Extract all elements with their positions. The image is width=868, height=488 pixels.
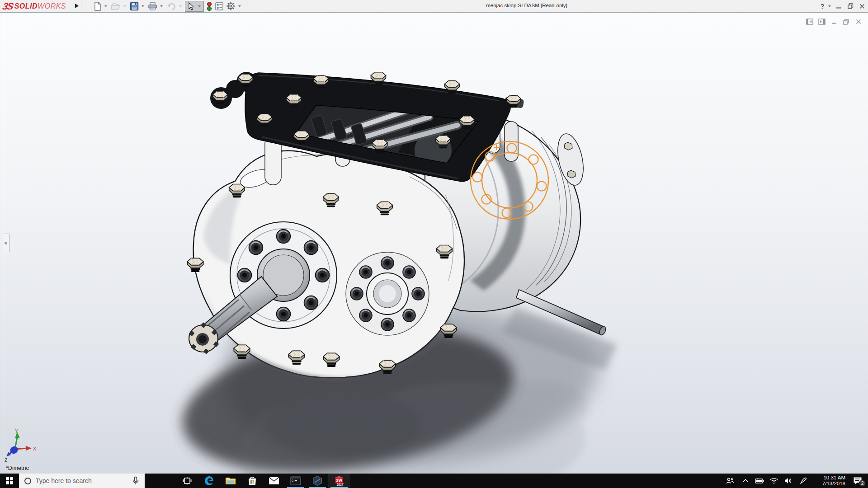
toolbar-separator bbox=[81, 0, 81, 12]
notification-badge: 2 bbox=[859, 480, 866, 487]
properties-list-icon bbox=[215, 2, 224, 11]
properties-button[interactable] bbox=[214, 1, 225, 12]
hexagon-app-button[interactable] bbox=[307, 474, 328, 488]
doc-restore-button[interactable] bbox=[840, 17, 852, 26]
print-icon bbox=[148, 2, 157, 11]
undo-dropdown-caret[interactable] bbox=[178, 1, 183, 12]
solidworks-logo: 3S SOLID WORKS bbox=[3, 0, 66, 12]
restore-button[interactable] bbox=[844, 0, 856, 12]
hexagon-app-icon bbox=[312, 475, 323, 486]
open-dropdown-caret[interactable] bbox=[122, 1, 127, 12]
options-dropdown-caret[interactable] bbox=[237, 1, 242, 12]
doc-restore-icon bbox=[843, 19, 849, 25]
selection-filter-button[interactable] bbox=[205, 1, 213, 12]
command-prompt-icon: C:\ bbox=[290, 476, 301, 485]
new-document-icon bbox=[94, 2, 102, 11]
gearbox-model-render[interactable] bbox=[0, 13, 868, 474]
doc-close-icon bbox=[856, 19, 861, 24]
undo-icon bbox=[166, 2, 176, 11]
edge-button[interactable] bbox=[198, 474, 220, 488]
tray-overflow-button[interactable] bbox=[739, 474, 752, 488]
save-dropdown-caret[interactable] bbox=[140, 1, 145, 12]
open-button[interactable] bbox=[110, 1, 122, 12]
title-bar: 3S SOLID WORKS bbox=[0, 0, 868, 12]
output-flange[interactable] bbox=[346, 252, 429, 335]
start-button[interactable] bbox=[0, 474, 19, 488]
windows-ink-button[interactable] bbox=[796, 474, 811, 488]
document-title: menjac sklop.SLDASM [Read-only] bbox=[470, 3, 583, 8]
store-button[interactable] bbox=[241, 474, 263, 488]
windows-taskbar: Type here to search bbox=[0, 474, 868, 488]
open-folder-icon bbox=[111, 2, 121, 11]
store-icon bbox=[247, 476, 257, 486]
solidworks-app-icon: SW 2017 bbox=[333, 475, 345, 487]
triad-x-label: X bbox=[33, 446, 37, 451]
doc-minimize-button[interactable] bbox=[828, 17, 840, 26]
solidworks-taskbar-button[interactable]: SW 2017 bbox=[328, 474, 350, 488]
minimize-button[interactable] bbox=[833, 0, 844, 12]
new-dropdown-caret[interactable] bbox=[103, 1, 108, 12]
pane-right-icon bbox=[818, 19, 826, 25]
wifi-button[interactable] bbox=[767, 474, 781, 488]
ds-logo-glyph: 3S bbox=[1, 1, 14, 12]
battery-button[interactable] bbox=[752, 474, 767, 488]
save-button[interactable] bbox=[129, 1, 140, 12]
cortana-icon bbox=[24, 478, 31, 484]
volume-button[interactable] bbox=[781, 474, 796, 488]
minimize-icon bbox=[836, 4, 841, 9]
quick-access-toolbar bbox=[93, 0, 244, 12]
options-button[interactable] bbox=[225, 1, 236, 12]
clock-time: 10:31 AM bbox=[823, 475, 845, 481]
select-cursor-icon bbox=[186, 2, 195, 11]
select-tool-button[interactable] bbox=[185, 1, 196, 12]
clock-date: 7/13/2018 bbox=[822, 481, 845, 487]
system-tray: 10:31 AM 7/13/2018 2 bbox=[722, 474, 868, 488]
wifi-icon bbox=[770, 478, 778, 484]
graphics-viewport[interactable]: Y X Z *Dimetric bbox=[0, 12, 868, 474]
people-button[interactable] bbox=[722, 474, 739, 488]
file-explorer-icon bbox=[225, 476, 236, 485]
help-button[interactable]: ? bbox=[816, 0, 828, 12]
command-prompt-button[interactable]: C:\ bbox=[285, 474, 307, 488]
edge-icon bbox=[204, 476, 214, 486]
traffic-light-icon bbox=[206, 1, 212, 11]
search-placeholder: Type here to search bbox=[36, 477, 132, 484]
pane-right-button[interactable] bbox=[816, 17, 828, 26]
sw-icon-letters: SW bbox=[336, 478, 343, 483]
panel-splitter-handle[interactable] bbox=[3, 234, 9, 252]
doc-close-button[interactable] bbox=[852, 17, 864, 26]
restore-icon bbox=[848, 3, 854, 9]
doc-minimize-icon bbox=[831, 19, 837, 24]
file-explorer-button[interactable] bbox=[220, 474, 241, 488]
taskbar-clock[interactable]: 10:31 AM 7/13/2018 bbox=[811, 474, 847, 488]
window-controls: ? bbox=[816, 0, 868, 12]
select-tool-group bbox=[185, 1, 204, 12]
microphone-icon[interactable] bbox=[132, 476, 139, 485]
splitter-dot bbox=[5, 242, 7, 244]
volume-icon bbox=[784, 477, 793, 484]
taskbar-spacer bbox=[145, 474, 176, 488]
print-dropdown-caret[interactable] bbox=[159, 1, 164, 12]
undo-button[interactable] bbox=[165, 1, 177, 12]
task-view-button[interactable] bbox=[176, 474, 198, 488]
pen-icon bbox=[800, 477, 807, 484]
close-button[interactable] bbox=[856, 0, 868, 12]
menu-flyout-arrow-icon[interactable] bbox=[74, 3, 80, 9]
sw-icon-year: 2017 bbox=[336, 483, 344, 486]
select-dropdown-caret[interactable] bbox=[197, 1, 202, 11]
task-view-icon bbox=[183, 477, 192, 485]
taskbar-search-box[interactable]: Type here to search bbox=[19, 474, 145, 488]
save-icon bbox=[130, 2, 139, 11]
view-orientation-label: *Dimetric bbox=[6, 465, 29, 471]
action-center-button[interactable]: 2 bbox=[847, 474, 868, 488]
document-window-controls bbox=[803, 17, 864, 26]
new-document-button[interactable] bbox=[93, 1, 103, 12]
mail-icon bbox=[269, 477, 279, 485]
triad-z-label: Z bbox=[5, 458, 7, 463]
pane-left-icon bbox=[806, 19, 813, 25]
help-dropdown-caret[interactable] bbox=[828, 0, 833, 12]
mail-button[interactable] bbox=[263, 474, 285, 488]
print-button[interactable] bbox=[147, 1, 158, 12]
pane-left-button[interactable] bbox=[803, 17, 816, 26]
orientation-triad: Y X Z bbox=[0, 428, 50, 465]
